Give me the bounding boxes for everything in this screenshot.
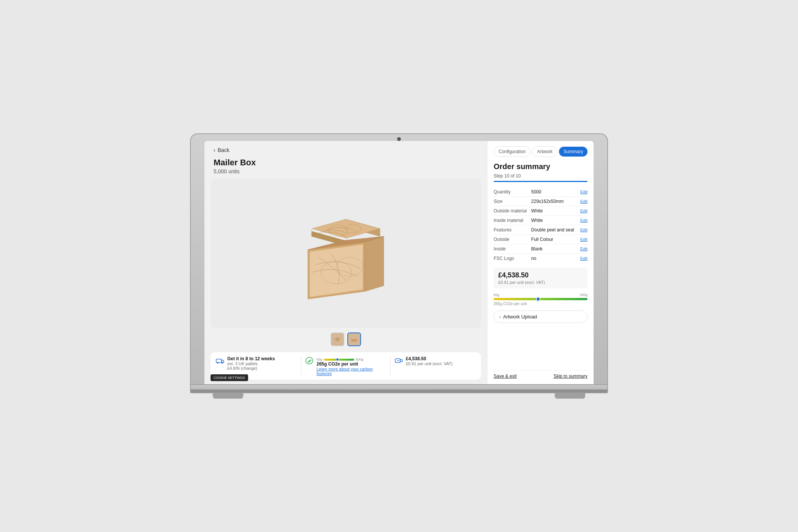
truck-icon [216, 356, 224, 365]
laptop-body: ‹ Back Mailer Box 5,000 units [190, 133, 608, 385]
screen-inner: ‹ Back Mailer Box 5,000 units [204, 141, 594, 384]
product-name: Mailer Box [214, 158, 478, 168]
back-nav[interactable]: ‹ Back [204, 141, 487, 156]
price-main: £4,538.50 [498, 271, 583, 279]
laptop-hinge [191, 390, 607, 393]
carbon-section: 65g 500g 265g CO2e per unit Learn more a… [305, 356, 386, 376]
row-edit[interactable]: Edit [576, 225, 587, 235]
carbon-link[interactable]: Learn more about your carbon footprint [317, 367, 386, 376]
row-label: Size [494, 197, 531, 206]
price-block: £4,538.50 £0.91 per unit (excl. VAT) [494, 268, 587, 288]
row-edit[interactable]: Edit [576, 187, 587, 197]
carbon-title: 265g CO2e per unit [317, 361, 386, 367]
row-value: 229x162x50mm [531, 197, 576, 206]
row-value: Blank [531, 244, 576, 254]
row-edit[interactable]: Edit [576, 206, 587, 216]
carbon-slider-dot [536, 297, 540, 301]
back-label: Back [218, 147, 230, 153]
camera-notch [397, 137, 401, 141]
carbon-dot [336, 358, 339, 361]
table-row: Inside material White Edit [494, 216, 587, 225]
carbon-min-label: 65g [317, 358, 322, 361]
tab-bar: Configuration Artwork Summary [494, 146, 587, 157]
laptop-foot-left [213, 393, 243, 399]
laptop-foot-right [555, 393, 585, 399]
table-row: Outside material White Edit [494, 206, 587, 216]
laptop-feet [190, 393, 608, 399]
carbon-slider-bar [494, 298, 587, 300]
product-title-area: Mailer Box 5,000 units [204, 156, 487, 179]
svg-point-17 [222, 362, 223, 364]
thumbnail-2[interactable] [347, 332, 361, 346]
artwork-upload-label: Artwork Upload [503, 314, 537, 320]
row-label: Quantity [494, 187, 531, 197]
carbon-labels: 65g 500g [494, 293, 587, 297]
carbon-min-right: 65g [494, 293, 499, 297]
laptop-base [190, 385, 608, 393]
artwork-upload-button[interactable]: ‹ Artwork Upload [494, 310, 587, 323]
table-row: Features Double peel and seal Edit [494, 225, 587, 235]
info-bar: Get it in 8 to 12 weeks est. 3 UK pallet… [211, 352, 481, 380]
table-row: Quantity 5000 Edit [494, 187, 587, 197]
laptop-container: ‹ Back Mailer Box 5,000 units [190, 133, 608, 399]
row-edit[interactable]: Edit [576, 254, 587, 263]
svg-marker-6 [365, 236, 384, 291]
row-value: White [531, 216, 576, 225]
info-divider-2 [390, 356, 391, 376]
row-edit[interactable]: Edit [576, 197, 587, 206]
row-value: Full Colour [531, 235, 576, 244]
product-image-area [211, 179, 481, 328]
screen: ‹ Back Mailer Box 5,000 units [204, 141, 594, 384]
thumbnail-icon-2 [350, 336, 358, 342]
progress-bar-fill [494, 181, 587, 182]
row-label: Inside [494, 244, 531, 254]
info-price-main: £4,538.50 [406, 356, 453, 361]
carbon-section-right: 65g 500g 265g CO2e per unit [494, 293, 587, 306]
row-edit[interactable]: Edit [576, 216, 587, 225]
thumbnail-icon-1 [334, 336, 341, 342]
row-value: no [531, 254, 576, 263]
table-row: Size 229x162x50mm Edit [494, 197, 587, 206]
order-summary-title: Order summary [494, 162, 587, 171]
svg-marker-12 [334, 337, 340, 342]
tab-artwork[interactable]: Artwork [532, 146, 557, 157]
carbon-max-right: 500g [580, 293, 587, 297]
thumbnail-1[interactable] [331, 332, 344, 346]
tab-summary[interactable]: Summary [559, 147, 587, 157]
cookie-bar[interactable]: COOKIE SETTINGS [211, 374, 248, 381]
svg-rect-14 [351, 338, 357, 339]
svg-point-20 [400, 359, 402, 362]
box-illustration [293, 200, 399, 307]
delivery-section: Get it in 8 to 12 weeks est. 3 UK pallet… [216, 356, 297, 370]
artwork-chevron-icon: ‹ [499, 314, 501, 320]
product-units: 5,000 units [214, 168, 478, 174]
skip-summary-button[interactable]: Skip to summary [554, 374, 587, 379]
carbon-bar-wrap: 65g 500g [317, 358, 386, 361]
delivery-sub: est. 3 UK pallets [227, 361, 275, 366]
price-per-unit: £0.91 per unit (excl. VAT) [498, 280, 583, 285]
thumbnail-row [204, 328, 487, 349]
carbon-text: 65g 500g 265g CO2e per unit Learn more a… [317, 356, 386, 376]
leaf-icon [305, 356, 314, 365]
summary-table: Quantity 5000 Edit Size 229x162x50mm Edi… [494, 187, 587, 263]
row-edit[interactable]: Edit [576, 244, 587, 254]
carbon-desc: 265g CO2e per unit [494, 302, 587, 306]
tab-configuration[interactable]: Configuration [494, 146, 530, 157]
row-label: Features [494, 225, 531, 235]
left-panel: ‹ Back Mailer Box 5,000 units [204, 141, 487, 384]
row-value: White [531, 206, 576, 216]
footer-buttons: Save & exit Skip to summary [494, 370, 587, 379]
back-chevron-icon: ‹ [214, 147, 215, 153]
cookie-label: COOKIE SETTINGS [214, 376, 245, 380]
row-edit[interactable]: Edit [576, 235, 587, 244]
price-text: £4,538.50 £0.91 per unit (excl. VAT) [406, 356, 453, 366]
row-value: Double peel and seal [531, 225, 576, 235]
progress-bar-track [494, 181, 587, 182]
svg-point-16 [217, 362, 218, 364]
save-exit-button[interactable]: Save & exit [494, 374, 517, 379]
right-panel: Configuration Artwork Summary Order summ… [487, 141, 594, 384]
row-label: Outside [494, 235, 531, 244]
delivery-title: Get it in 8 to 12 weeks [227, 356, 275, 361]
row-label: Inside material [494, 216, 531, 225]
price-section: £4,538.50 £0.91 per unit (excl. VAT) [394, 356, 476, 366]
